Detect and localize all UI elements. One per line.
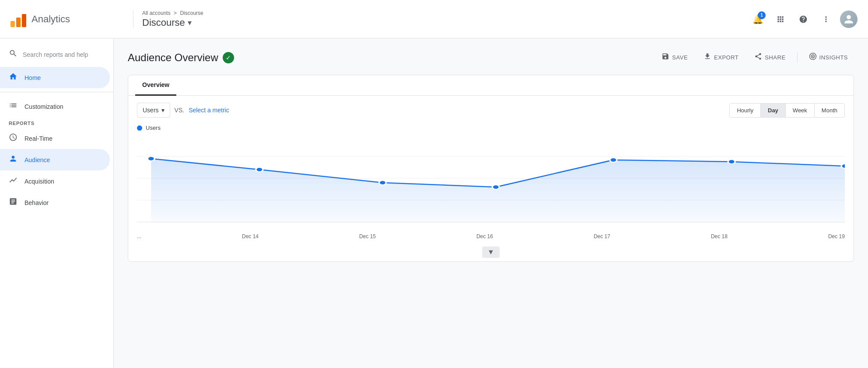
more-button[interactable] [817, 10, 835, 28]
header: Analytics All accounts > Discourse Disco… [0, 0, 868, 38]
export-icon [704, 52, 711, 62]
svg-point-7 [147, 156, 154, 161]
save-label: SAVE [672, 54, 688, 61]
share-icon [754, 52, 762, 62]
share-button[interactable]: SHARE [748, 49, 791, 66]
app-title: Analytics [32, 14, 70, 25]
svg-point-1 [812, 56, 813, 57]
svg-point-13 [841, 164, 845, 168]
sidebar-item-behavior[interactable]: Behavior [0, 192, 110, 213]
tab-overview-label: Overview [142, 81, 169, 88]
chart-area [128, 135, 854, 231]
sidebar-divider [0, 92, 113, 92]
sidebar-item-home[interactable]: Home [0, 67, 110, 88]
svg-point-10 [492, 185, 499, 189]
svg-point-8 [256, 167, 263, 172]
line-chart-svg [137, 135, 845, 231]
reports-section-label: REPORTS [0, 117, 113, 128]
metric-selector: Users ▾ VS. Select a metric [137, 103, 229, 118]
insights-label: INSIGHTS [819, 54, 848, 61]
property-selector[interactable]: Discourse ▾ [142, 17, 203, 28]
insights-button[interactable]: INSIGHTS [803, 49, 854, 66]
page-title: Audience Overview [128, 52, 218, 64]
sidebar-item-label: Home [24, 74, 41, 81]
person-icon [844, 14, 854, 24]
sidebar-item-label: Acquisition [24, 178, 54, 185]
main-layout: Home Customization REPORTS Real-Time [0, 38, 868, 368]
breadcrumb-area: All accounts > Discourse Discourse ▾ [142, 10, 203, 28]
search-icon [9, 49, 18, 60]
export-button[interactable]: EXPORT [697, 49, 745, 66]
svg-point-12 [728, 160, 735, 164]
save-button[interactable]: SAVE [655, 49, 694, 66]
checkmark-icon: ✓ [226, 54, 231, 61]
vs-text: VS. [175, 107, 185, 114]
share-label: SHARE [765, 54, 785, 61]
page-title-area: Audience Overview ✓ [128, 52, 234, 64]
realtime-icon [9, 133, 18, 144]
metric-dropdown[interactable]: Users ▾ [137, 103, 170, 118]
chart-legend: Users [128, 125, 854, 135]
sidebar-item-audience[interactable]: Audience [0, 149, 110, 170]
search-input[interactable] [23, 51, 105, 58]
period-day-button[interactable]: Day [761, 104, 786, 117]
action-bar: SAVE EXPORT SHARE [655, 49, 854, 66]
svg-marker-6 [151, 159, 845, 222]
sidebar-item-label: Behavior [24, 199, 49, 206]
period-week-button[interactable]: Week [786, 104, 815, 117]
scroll-hint: ▼ [128, 246, 854, 261]
property-name: Discourse [142, 17, 185, 28]
select-metric-link[interactable]: Select a metric [189, 107, 229, 114]
sidebar-item-acquisition[interactable]: Acquisition [0, 170, 110, 192]
header-divider [133, 10, 133, 28]
acquisition-icon [9, 176, 18, 187]
x-axis-labels: ... Dec 14 Dec 15 Dec 16 Dec 17 Dec 18 D… [128, 231, 854, 246]
search-area [0, 45, 113, 67]
insights-icon [809, 52, 817, 62]
sidebar-item-label: Customization [24, 103, 63, 110]
more-vert-icon [822, 15, 830, 24]
help-icon [799, 15, 808, 24]
sidebar: Home Customization REPORTS Real-Time [0, 38, 114, 368]
scroll-button[interactable]: ▼ [482, 246, 500, 258]
tab-overview[interactable]: Overview [135, 75, 176, 96]
sidebar-item-label: Audience [24, 156, 50, 163]
breadcrumb: All accounts > Discourse [142, 10, 203, 16]
apps-button[interactable] [772, 10, 789, 28]
save-icon [662, 52, 669, 62]
tabs-row: Overview [128, 75, 854, 96]
chevron-down-icon: ▾ [188, 18, 192, 28]
legend-label: Users [146, 125, 161, 131]
header-actions: 🔔 1 [749, 10, 858, 28]
help-button[interactable] [794, 10, 812, 28]
period-month-button[interactable]: Month [815, 104, 844, 117]
svg-point-9 [379, 181, 386, 185]
sidebar-item-label: Real-Time [24, 135, 52, 142]
period-hourly-button[interactable]: Hourly [730, 104, 761, 117]
export-label: EXPORT [714, 54, 738, 61]
avatar [840, 10, 858, 28]
legend-dot [137, 125, 142, 131]
action-divider [797, 52, 798, 63]
x-label-1: Dec 14 [242, 233, 259, 240]
x-label-4: Dec 17 [594, 233, 610, 240]
chart-controls: Users ▾ VS. Select a metric Hourly Day W… [128, 96, 854, 125]
sidebar-item-customization[interactable]: Customization [0, 96, 110, 117]
notification-badge: 1 [758, 11, 766, 19]
page-header: Audience Overview ✓ SAVE [128, 49, 854, 66]
metric-label: Users [143, 107, 159, 114]
main-card: Overview Users ▾ VS. Select a metric Hou… [128, 75, 854, 262]
x-label-2: Dec 15 [359, 233, 376, 240]
logo-area: Analytics [10, 11, 124, 27]
x-label-0: ... [137, 233, 141, 240]
notification-button[interactable]: 🔔 1 [749, 10, 766, 28]
audience-icon [9, 154, 18, 165]
sidebar-item-realtime[interactable]: Real-Time [0, 128, 110, 149]
logo-icon [10, 11, 26, 27]
home-icon [9, 72, 18, 83]
apps-icon [776, 15, 785, 24]
chart-svg [137, 135, 845, 231]
user-avatar-button[interactable] [840, 10, 858, 28]
x-label-3: Dec 16 [476, 233, 493, 240]
content-area: Audience Overview ✓ SAVE [114, 38, 868, 368]
